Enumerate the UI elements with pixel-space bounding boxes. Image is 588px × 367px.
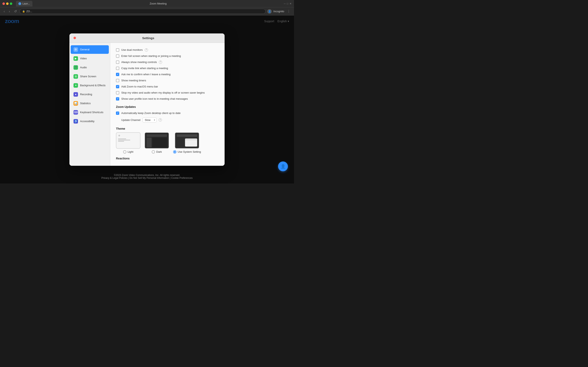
browser-traffic-lights [2,2,12,5]
light-preview-inner [116,133,140,148]
show-controls-help-icon[interactable]: ? [159,60,162,64]
show-controls-label: Always show meeting controls [121,60,157,64]
dark-main [152,138,167,147]
footer-copyright: ©2023 Zoom Video Communications, Inc. Al… [0,174,294,176]
dialog-title: Settings [76,36,221,40]
nav-bar: ‹ › ↺ 🔒 ZO... 👤 Incognito ⋮ [0,7,294,16]
window-minimize-icon[interactable]: ─ [284,2,286,5]
dual-monitors-label: Use dual monitors [121,48,143,51]
sidebar-item-general[interactable]: ⚙ General [71,45,109,54]
accessibility-icon: ♿ [73,119,78,124]
auto-update-checkbox[interactable] [116,111,119,115]
system-window-inner [185,139,197,140]
forward-button[interactable]: › [8,9,11,14]
meeting-timers-checkbox[interactable] [116,79,119,82]
system-preview-inner [175,133,199,148]
theme-option-dark[interactable]: Dark [145,132,169,154]
light-theme-radio[interactable] [123,150,126,154]
dual-monitors-help-icon[interactable]: ? [145,48,148,52]
theme-option-system[interactable]: Use System Setting [173,132,201,154]
dark-sidebar [147,138,151,147]
system-bar [177,134,197,137]
browser-title: Zoom Meeting [34,2,282,5]
keyboard-shortcuts-icon: ⌨ [73,110,78,115]
sidebar-item-video[interactable]: ▶ Video [71,54,109,63]
back-button[interactable]: ‹ [2,9,6,14]
dual-monitors-checkbox[interactable] [116,48,119,52]
browser-tab[interactable]: Laun... [16,1,33,7]
dark-theme-label-row: Dark [152,150,162,154]
sidebar-item-accessibility[interactable]: ♿ Accessibility [71,117,109,125]
sidebar-item-background-effects[interactable]: ✦ Background & Effects [71,81,109,90]
dark-theme-preview [145,132,169,149]
window-maximize-icon[interactable]: □ [287,2,288,5]
sidebar-item-keyboard-shortcuts[interactable]: ⌨ Keyboard Shortcuts [71,108,109,117]
audio-icon: 🎵 [73,65,78,70]
more-options-button[interactable]: ⋮ [286,8,292,14]
sidebar-label-video: Video [80,57,87,60]
light-theme-label-row: Light [123,150,133,154]
stop-video-checkbox[interactable] [116,91,119,94]
meeting-timers-row: Show meeting timers [116,77,219,83]
statistics-icon: 📊 [73,101,78,106]
footer-cookies-link[interactable]: Cookie Preferences [171,176,192,179]
dialog-header: Settings [69,33,225,43]
tab-favicon [18,2,21,5]
zoom-updates-heading: Zoom Updates [116,105,219,108]
chat-button[interactable]: 👤 [278,161,288,171]
dark-theme-radio[interactable] [152,150,155,154]
incognito-icon: 👤 [267,9,272,14]
footer-links: Privacy & Legal Policies | Do Not Sell M… [0,176,294,179]
minimize-button[interactable] [6,2,9,5]
settings-sidebar: ⚙ General ▶ Video 🎵 Audio ⊞ [69,43,110,166]
theme-heading: Theme [116,127,219,130]
auto-update-label: Automatically keep Zoom desktop client u… [121,111,181,115]
light-preview-circle [118,135,120,136]
modal-overlay: Settings ⚙ General ▶ Video [0,16,294,184]
footer-donotsell-link[interactable]: Do Not Sell My Personal Information [130,176,169,179]
system-theme-label: Use System Setting [178,150,201,153]
address-bar[interactable]: 🔒 ZO... [20,9,266,14]
copy-invite-checkbox[interactable] [116,67,119,70]
sidebar-label-audio: Audio [80,66,87,69]
sidebar-label-keyboard-shortcuts: Keyboard Shortcuts [80,111,103,114]
menu-bar-row: Add Zoom to macOS menu bar [116,83,219,90]
share-screen-icon: ⊞ [73,74,78,79]
confirm-leave-row: Ask me to confirm when I leave a meeting [116,71,219,77]
update-channel-select-wrapper: Slow Fast ▾ [143,117,156,123]
window-close-icon[interactable]: ✕ [290,2,292,5]
confirm-leave-label: Ask me to confirm when I leave a meeting [121,73,171,76]
reload-button[interactable]: ↺ [13,8,18,14]
dark-content [147,138,167,147]
theme-option-light[interactable]: Light [116,132,140,154]
sidebar-item-recording[interactable]: ● Recording [71,90,109,99]
show-controls-checkbox[interactable] [116,60,119,64]
confirm-leave-checkbox[interactable] [116,73,119,76]
dialog-close-button[interactable] [73,37,76,39]
menu-bar-label: Add Zoom to macOS menu bar [121,85,158,88]
update-channel-select[interactable]: Slow Fast [143,117,156,123]
sidebar-item-statistics[interactable]: 📊 Statistics [71,99,109,108]
light-preview-bar-1 [118,138,126,139]
close-button[interactable] [2,2,5,5]
incognito-label: Incognito [273,10,284,13]
settings-dialog: Settings ⚙ General ▶ Video [69,33,225,166]
tab-label: Laun... [22,2,30,5]
dark-preview-inner [145,133,169,148]
light-preview-bar-3 [118,141,124,142]
update-channel-help-icon[interactable]: ? [159,118,162,122]
theme-options: Light [116,132,219,154]
sidebar-label-share-screen: Share Screen [80,75,96,78]
profile-icon-checkbox[interactable] [116,97,119,100]
maximize-button[interactable] [10,2,12,5]
dialog-traffic-lights [73,37,76,39]
video-icon: ▶ [73,56,78,61]
footer-privacy-link[interactable]: Privacy & Legal Policies [101,176,127,179]
system-theme-radio[interactable] [173,150,176,154]
menu-bar-checkbox[interactable] [116,85,119,88]
fullscreen-checkbox[interactable] [116,54,119,58]
sidebar-label-background-effects: Background & Effects [80,84,105,87]
sidebar-item-share-screen[interactable]: ⊞ Share Screen [71,72,109,81]
light-theme-label: Light [128,150,133,153]
sidebar-item-audio[interactable]: 🎵 Audio [71,63,109,72]
